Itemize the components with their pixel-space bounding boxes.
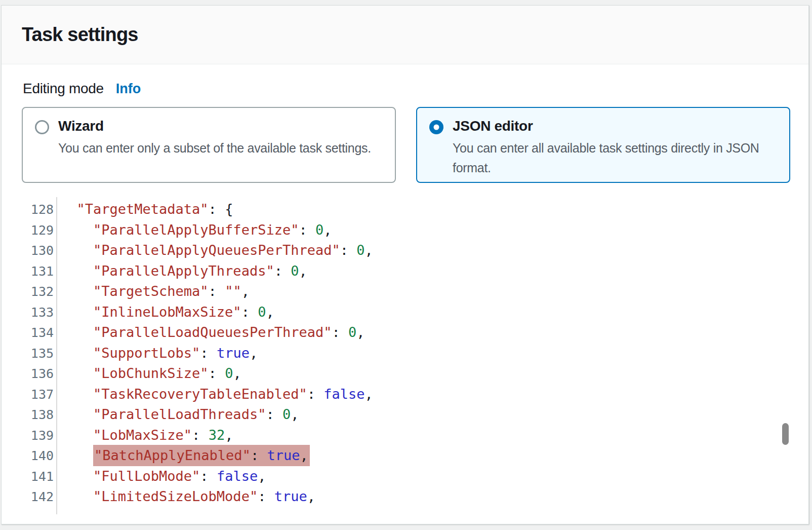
tile-wizard-text: Wizard You can enter only a subset of th… bbox=[58, 118, 371, 158]
panel-header: Task settings bbox=[2, 6, 808, 64]
json-editor-radio[interactable] bbox=[429, 120, 443, 134]
tile-wizard[interactable]: Wizard You can enter only a subset of th… bbox=[22, 107, 396, 183]
code-text[interactable]: "ParallelLoadQueuesPerThread": 0, bbox=[54, 322, 364, 343]
code-line-132[interactable]: 132 "TargetSchema": "", bbox=[22, 281, 790, 302]
code-line-135[interactable]: 135 "SupportLobs": true, bbox=[22, 343, 790, 364]
tile-json-editor[interactable]: JSON editor You can enter all available … bbox=[416, 107, 790, 183]
line-number: 132 bbox=[22, 282, 54, 302]
line-number: 128 bbox=[22, 200, 54, 220]
code-line-134[interactable]: 134 "ParallelLoadQueuesPerThread": 0, bbox=[22, 322, 790, 343]
code-line-136[interactable]: 136 "LobChunkSize": 0, bbox=[22, 363, 790, 384]
code-line-139[interactable]: 139 "LobMaxSize": 32, bbox=[22, 425, 790, 446]
line-number: 134 bbox=[22, 323, 54, 344]
code-text[interactable]: "TargetSchema": "", bbox=[54, 281, 250, 302]
code-text[interactable]: "LobMaxSize": 32, bbox=[54, 425, 233, 446]
code-text[interactable]: "TargetMetadata": { bbox=[54, 199, 233, 220]
code-text[interactable]: "TaskRecoveryTableEnabled": false, bbox=[54, 384, 373, 405]
task-settings-panel: Task settings Editing mode Info Wizard Y… bbox=[1, 5, 809, 524]
tile-json-editor-text: JSON editor You can enter all available … bbox=[453, 118, 759, 178]
code-text[interactable]: "LobChunkSize": 0, bbox=[54, 363, 241, 384]
code-text[interactable]: "SupportLobs": true, bbox=[54, 343, 258, 364]
code-text[interactable]: "FullLobMode": false, bbox=[54, 466, 266, 487]
code-line-129[interactable]: 129 "ParallelApplyBufferSize": 0, bbox=[22, 220, 790, 241]
line-number: 142 bbox=[22, 487, 54, 508]
code-line-130[interactable]: 130 "ParallelApplyQueuesPerThread": 0, bbox=[22, 240, 790, 261]
code-line-140[interactable]: 140 "BatchApplyEnabled": true, bbox=[22, 445, 790, 466]
code-text[interactable]: "BatchApplyEnabled": true, bbox=[54, 445, 310, 466]
code-text[interactable]: "ParallelApplyQueuesPerThread": 0, bbox=[54, 240, 373, 261]
line-number: 136 bbox=[22, 364, 54, 385]
editing-mode-tiles: Wizard You can enter only a subset of th… bbox=[22, 107, 790, 183]
line-number: 131 bbox=[22, 261, 54, 282]
panel-title: Task settings bbox=[22, 22, 788, 47]
code-line-142[interactable]: 142 "LimitedSizeLobMode": true, bbox=[22, 486, 790, 507]
line-number: 137 bbox=[22, 385, 54, 405]
code-line-137[interactable]: 137 "TaskRecoveryTableEnabled": false, bbox=[22, 384, 790, 405]
code-text[interactable]: "ParallelLoadThreads": 0, bbox=[54, 404, 299, 425]
scrollbar-thumb[interactable] bbox=[782, 423, 789, 445]
info-link[interactable]: Info bbox=[116, 81, 141, 97]
editing-mode-row: Editing mode Info bbox=[23, 81, 790, 97]
line-number: 140 bbox=[22, 446, 54, 467]
line-number: 141 bbox=[22, 467, 54, 487]
line-number: 133 bbox=[22, 302, 54, 323]
code-line-133[interactable]: 133 "InlineLobMaxSize": 0, bbox=[22, 302, 790, 323]
json-code-editor[interactable]: 128 "TargetMetadata": {129 "ParallelAppl… bbox=[22, 197, 790, 514]
code-text[interactable]: "LimitedSizeLobMode": true, bbox=[54, 486, 315, 507]
code-line-131[interactable]: 131 "ParallelApplyThreads": 0, bbox=[22, 261, 790, 282]
line-number: 129 bbox=[22, 220, 54, 241]
tile-wizard-description: You can enter only a subset of the avail… bbox=[58, 138, 371, 158]
code-text[interactable]: "ParallelApplyBufferSize": 0, bbox=[54, 220, 332, 241]
line-number: 135 bbox=[22, 344, 54, 364]
line-number: 139 bbox=[22, 426, 54, 446]
highlighted-token: "BatchApplyEnabled": true, bbox=[93, 445, 310, 466]
line-number: 138 bbox=[22, 405, 54, 426]
tile-wizard-label: Wizard bbox=[58, 118, 371, 134]
line-number: 130 bbox=[22, 241, 54, 261]
wizard-radio[interactable] bbox=[35, 120, 49, 134]
tile-json-editor-description: You can enter all available task setting… bbox=[453, 138, 759, 178]
code-line-128[interactable]: 128 "TargetMetadata": { bbox=[22, 199, 790, 220]
code-text[interactable]: "ParallelApplyThreads": 0, bbox=[54, 261, 307, 282]
code-line-141[interactable]: 141 "FullLobMode": false, bbox=[22, 466, 790, 487]
code-line-138[interactable]: 138 "ParallelLoadThreads": 0, bbox=[22, 404, 790, 425]
code-text[interactable]: "InlineLobMaxSize": 0, bbox=[54, 302, 274, 323]
tile-json-editor-label: JSON editor bbox=[453, 118, 759, 134]
editing-mode-label: Editing mode bbox=[23, 81, 104, 97]
panel-body: Editing mode Info Wizard You can enter o… bbox=[2, 64, 808, 514]
